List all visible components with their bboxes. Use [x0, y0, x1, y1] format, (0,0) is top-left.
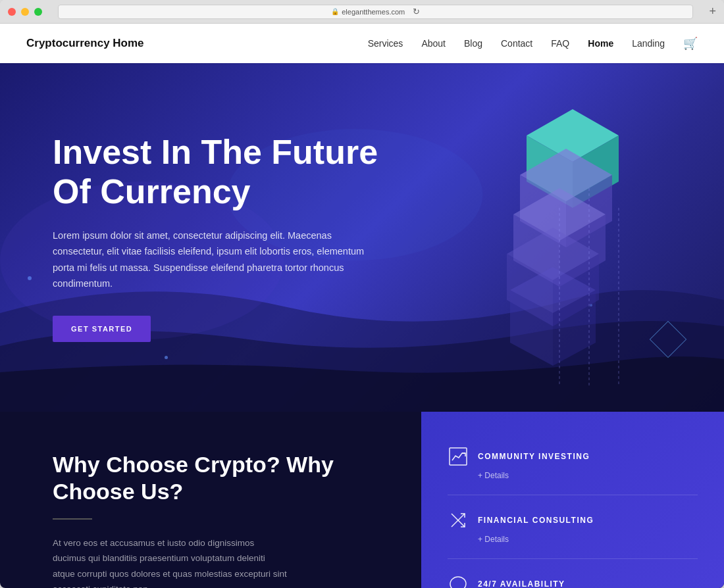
dot-1 — [28, 276, 32, 280]
nav-item-about[interactable]: About — [421, 37, 446, 49]
nav-item-blog[interactable]: Blog — [464, 37, 482, 49]
service-details-community[interactable]: + Details — [478, 471, 698, 480]
minimize-button[interactable] — [21, 8, 29, 16]
hero-illustration — [461, 89, 685, 385]
svg-line-21 — [452, 520, 458, 527]
maximize-button[interactable] — [34, 8, 42, 16]
bottom-title: Why Choose Crypto? Why Choose Us? — [53, 451, 369, 505]
svg-line-22 — [458, 514, 465, 520]
service-item-financial: FINANCIAL CONSULTING + Details — [448, 495, 698, 559]
hero-title: Invest In The Future Of Currency — [53, 133, 395, 212]
new-tab-button[interactable]: + — [709, 5, 716, 18]
nav-menu: Services About Blog Contact FAQ Home Lan… — [368, 36, 698, 51]
address-bar[interactable]: 🔒 elegantthemes.com ↻ — [58, 5, 693, 19]
hero-description: Lorem ipsum dolor sit amet, consectetur … — [53, 228, 375, 293]
close-button[interactable] — [8, 8, 16, 16]
brand-logo[interactable]: Cryptocurrency Home — [26, 37, 144, 50]
lock-icon: 🔒 — [331, 8, 339, 15]
service-details-financial[interactable]: + Details — [478, 535, 698, 544]
services-panel: COMMUNITY INVESTING + Details — [421, 412, 724, 588]
availability-icon — [448, 574, 469, 588]
service-header-community: COMMUNITY INVESTING — [448, 446, 698, 467]
browser-window: 🔒 elegantthemes.com ↻ + Cryptocurrency H… — [0, 0, 724, 588]
service-name-availability: 24/7 AVAILABILITY — [478, 579, 565, 588]
website-content: Cryptocurrency Home Services About Blog … — [0, 24, 724, 588]
hero-section: Invest In The Future Of Currency Lorem i… — [0, 63, 724, 412]
service-item-availability: 24/7 AVAILABILITY + Details — [448, 559, 698, 588]
svg-rect-20 — [450, 448, 467, 465]
hero-content: Invest In The Future Of Currency Lorem i… — [53, 133, 395, 342]
get-started-button[interactable]: GET STARTED — [53, 316, 151, 342]
bottom-section: Why Choose Crypto? Why Choose Us? At ver… — [0, 412, 724, 588]
bottom-left: Why Choose Crypto? Why Choose Us? At ver… — [0, 412, 421, 588]
bottom-description: At vero eos et accusamus et iusto odio d… — [53, 535, 290, 588]
financial-consulting-icon — [448, 510, 469, 531]
service-header-financial: FINANCIAL CONSULTING — [448, 510, 698, 531]
navbar: Cryptocurrency Home Services About Blog … — [0, 24, 724, 63]
url-text: elegantthemes.com — [342, 8, 405, 16]
nav-item-cart[interactable]: 🛒 — [683, 36, 698, 51]
nav-item-landing[interactable]: Landing — [632, 37, 665, 49]
svg-line-24 — [458, 520, 465, 527]
reload-button[interactable]: ↻ — [413, 7, 420, 16]
service-item-community: COMMUNITY INVESTING + Details — [448, 431, 698, 495]
browser-titlebar: 🔒 elegantthemes.com ↻ + — [0, 0, 724, 24]
nav-item-faq[interactable]: FAQ — [551, 37, 569, 49]
nav-item-services[interactable]: Services — [368, 37, 403, 49]
community-investing-icon — [448, 446, 469, 467]
service-header-availability: 24/7 AVAILABILITY — [448, 574, 698, 588]
service-name-financial: FINANCIAL CONSULTING — [478, 516, 594, 525]
title-divider — [53, 518, 92, 520]
nav-item-contact[interactable]: Contact — [501, 37, 532, 49]
service-name-community: COMMUNITY INVESTING — [478, 452, 590, 461]
dot-2 — [165, 356, 168, 359]
nav-item-home[interactable]: Home — [588, 37, 613, 49]
svg-line-23 — [452, 514, 458, 520]
